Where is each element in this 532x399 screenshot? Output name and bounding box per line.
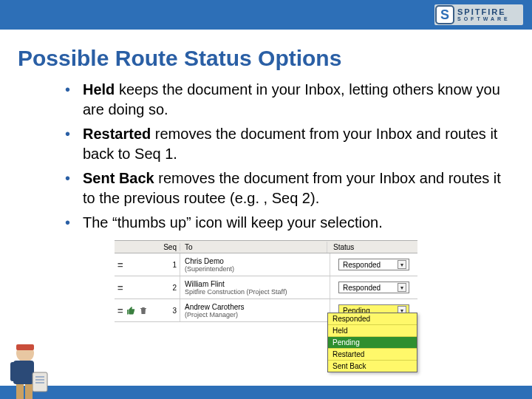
brand-sub: SOFTWARE [457, 16, 511, 21]
svg-rect-3 [10, 362, 16, 381]
thumbs-up-icon[interactable] [126, 306, 136, 316]
brand-logo: S SPITFIRE SOFTWARE [434, 4, 523, 25]
col-to: To [180, 242, 327, 253]
col-seq: Seq [160, 243, 180, 251]
list-item: The “thumbs up” icon will keep your sele… [65, 213, 502, 233]
dropdown-option[interactable]: Restarted [328, 349, 417, 361]
chevron-down-icon: ▾ [398, 260, 406, 269]
seq-cell: 2 [160, 276, 180, 299]
status-select[interactable]: Responded ▾ [338, 282, 409, 293]
svg-rect-8 [16, 384, 24, 399]
to-cell: Andrew Carothers (Project Manager) [180, 299, 330, 321]
drag-handle-icon[interactable]: = [117, 282, 123, 293]
col-status: Status [327, 242, 417, 253]
to-cell: Chris Demo (Superintendent) [180, 253, 330, 276]
dropdown-option[interactable]: Held [328, 325, 417, 337]
to-cell: William Flint Spitfire Construction (Pro… [180, 276, 330, 299]
svg-rect-9 [25, 384, 33, 399]
mascot-icon [3, 338, 50, 399]
dropdown-option[interactable]: Responded [328, 313, 417, 325]
status-dropdown[interactable]: Responded Held Pending Restarted Sent Ba… [327, 313, 417, 372]
brand-initial: S [435, 5, 454, 24]
svg-rect-1 [16, 344, 34, 350]
header-bar: S SPITFIRE SOFTWARE [0, 0, 532, 30]
table-row: = 1 Chris Demo (Superintendent) Responde… [115, 253, 417, 276]
status-select[interactable]: Responded ▾ [338, 259, 409, 270]
page-title: Possible Route Status Options [18, 46, 532, 71]
seq-cell: 3 [160, 299, 180, 321]
svg-rect-4 [33, 372, 47, 392]
drag-handle-icon[interactable]: = [117, 259, 123, 270]
list-item: Sent Back removes the document from your… [65, 168, 502, 208]
trash-icon[interactable] [139, 306, 148, 316]
table-row: = 2 William Flint Spitfire Construction … [115, 276, 417, 299]
dropdown-option[interactable]: Sent Back [328, 361, 417, 372]
brand-name: SPITFIRE [457, 8, 511, 16]
dropdown-option-selected[interactable]: Pending [328, 337, 417, 349]
seq-cell: 1 [160, 253, 180, 276]
route-table: Seq To Status = 1 Chris Demo (Superinten… [115, 240, 417, 322]
footer-bar [0, 386, 532, 399]
list-item: Held keeps the document in your Inbox, l… [65, 80, 502, 120]
chevron-down-icon: ▾ [398, 283, 406, 292]
list-item: Restarted removes the document from your… [65, 124, 502, 164]
svg-rect-2 [13, 361, 34, 384]
table-header-row: Seq To Status [115, 241, 417, 253]
drag-handle-icon[interactable]: = [117, 305, 123, 316]
bullet-list: Held keeps the document in your Inbox, l… [35, 80, 502, 233]
